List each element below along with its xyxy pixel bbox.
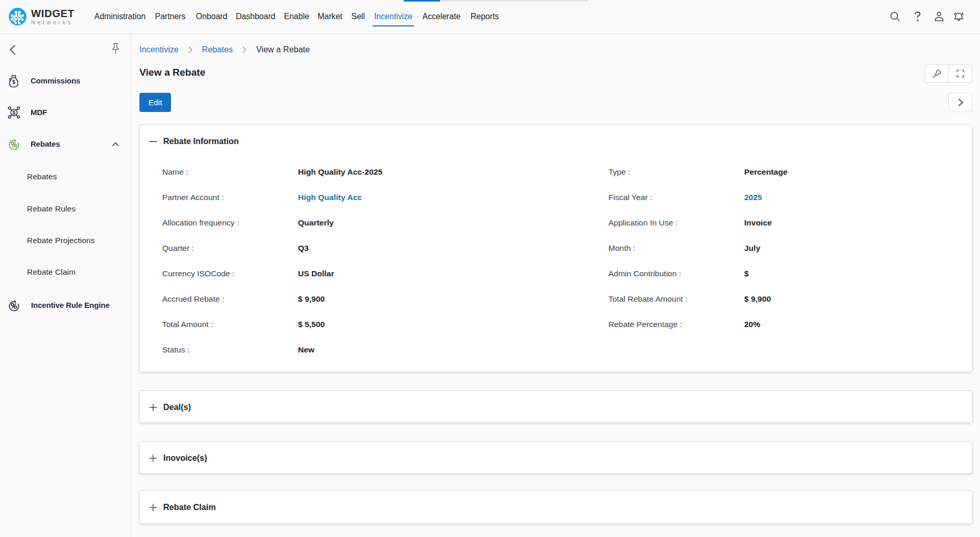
svg-text:$: $: [12, 79, 16, 85]
svg-text:$: $: [12, 109, 16, 116]
